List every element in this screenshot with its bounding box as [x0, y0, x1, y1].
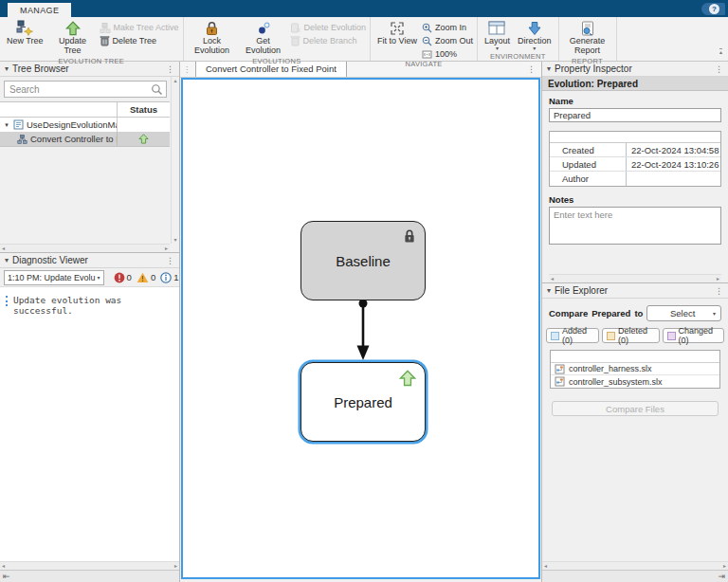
node-baseline[interactable]: Baseline [300, 221, 426, 300]
node-prepared[interactable]: Prepared [300, 362, 426, 442]
filter-deleted-label: Deleted (0) [618, 326, 655, 345]
table-row: Author [550, 172, 720, 186]
scroll-up-icon[interactable]: ▴ [173, 77, 176, 84]
scroll-left-icon[interactable]: ◂ [544, 562, 547, 570]
compare-label: Compare [549, 308, 588, 318]
dropdown-arrow-icon: ▾ [713, 310, 716, 317]
delete-branch-button[interactable]: Delete Branch [290, 35, 367, 46]
metadata-table-header [550, 132, 720, 143]
direction-button[interactable]: Direction ▾ [515, 19, 555, 52]
tab-bar-menu-icon[interactable]: ⋮ [527, 64, 536, 74]
expand-caret-icon[interactable]: ▾ [3, 121, 10, 129]
help-button[interactable]: ? [701, 3, 725, 15]
panel-menu-icon[interactable]: ⋮ [166, 256, 174, 265]
info-count-badge[interactable]: 1 [160, 272, 178, 283]
panel-menu-icon[interactable]: ⋮ [715, 64, 723, 74]
notes-field[interactable] [549, 207, 721, 245]
group-label-evolutions: EVOLUTIONS [184, 57, 371, 66]
name-field[interactable] [549, 108, 721, 122]
layout-dropdown-icon: ▾ [496, 46, 499, 51]
property-horizontal-scrollbar[interactable]: ◂ ▸ [549, 274, 721, 282]
filter-added-button[interactable]: Added (0) [546, 328, 599, 343]
info-count: 1 [173, 272, 178, 282]
list-item[interactable]: controller_harness.slx [551, 363, 719, 375]
scroll-down-icon[interactable]: ▾ [173, 236, 176, 244]
diagnostic-message: Update evolution was successful. [13, 295, 173, 316]
error-count-badge[interactable]: 0 [114, 272, 132, 283]
scroll-left-icon[interactable]: ◂ [2, 562, 5, 570]
collapse-caret-icon[interactable]: ▾ [5, 256, 9, 264]
zoom-out-button[interactable]: Zoom Out [422, 35, 473, 46]
tree-vertical-scrollbar[interactable]: ▴ ▾ [171, 77, 179, 244]
file-explorer-title: File Explorer [555, 285, 608, 296]
scroll-left-icon[interactable]: ◂ [551, 275, 554, 282]
generate-report-button[interactable]: Generate Report [563, 19, 612, 57]
delete-tree-label: Delete Tree [113, 36, 157, 45]
delete-tree-button[interactable]: Delete Tree [100, 35, 179, 46]
zoom-100-label: 100% [435, 49, 457, 59]
left-sidebar: ▾ Tree Browser ⋮ Status [0, 62, 180, 582]
lock-evolution-button[interactable]: Lock Evolution [188, 19, 237, 57]
group-label-navigate: NAVIGATE [371, 60, 477, 69]
name-field-label: Name [549, 96, 721, 106]
compare-select-dropdown[interactable]: Select ▾ [646, 305, 721, 321]
filter-changed-button[interactable]: Changed (0) [663, 328, 724, 343]
generate-report-icon [581, 20, 594, 36]
diagnostic-filter-dropdown[interactable]: 1:10 PM: Update Evolu ▾ [4, 270, 104, 285]
filter-deleted-button[interactable]: Deleted (0) [602, 328, 660, 343]
new-tree-button[interactable]: New Tree [4, 19, 46, 47]
list-item[interactable]: controller_subsystem.slx [551, 375, 719, 388]
collapse-panel-right-icon[interactable]: ⇥ [718, 572, 725, 581]
direction-dropdown-icon: ▾ [533, 46, 536, 51]
fit-to-view-label: Fit to View [377, 37, 417, 46]
delete-evolution-icon [290, 23, 301, 33]
file-explorer-header: ▾ File Explorer ⋮ [542, 283, 728, 299]
simulink-file-icon [555, 376, 565, 387]
scroll-right-icon[interactable]: ▸ [165, 245, 168, 252]
diagnostic-viewer-title: Diagnostic Viewer [12, 255, 88, 265]
panel-menu-icon[interactable]: ⋮ [715, 286, 723, 296]
canvas-area: ⋮ Convert Controller to Fixed Point ⋮ Ba… [180, 62, 541, 582]
layout-button[interactable]: Layout ▾ [482, 19, 513, 52]
tab-manage[interactable]: MANAGE [8, 3, 71, 17]
search-input[interactable] [4, 81, 167, 98]
scroll-left-icon[interactable]: ◂ [2, 245, 5, 252]
make-tree-active-button[interactable]: Make Tree Active [100, 22, 179, 33]
error-count: 0 [127, 272, 132, 282]
make-tree-active-label: Make Tree Active [114, 23, 179, 32]
diagnostic-viewer-header: ▾ Diagnostic Viewer ⋮ [0, 253, 179, 268]
scroll-right-icon[interactable]: ▸ [717, 275, 719, 282]
zoom-100-button[interactable]: 100% [422, 48, 473, 60]
field-key: Author [550, 172, 627, 186]
collapse-caret-icon[interactable]: ▾ [547, 286, 551, 295]
file-explorer-horizontal-scrollbar[interactable]: ◂ ▸ [542, 561, 728, 570]
tree-row-label: Convert Controller to Fixed [30, 134, 117, 144]
tab-drag-handle-icon[interactable]: ⋮ [182, 65, 191, 74]
collapse-panel-left-icon[interactable]: ⇤ [3, 572, 10, 581]
diagnostic-horizontal-scrollbar[interactable]: ◂ ▸ [0, 561, 179, 570]
scroll-right-icon[interactable]: ▸ [174, 562, 177, 570]
group-label-evolution-tree: EVOLUTION TREE [0, 57, 183, 66]
zoom-in-button[interactable]: Zoom In [422, 22, 473, 33]
evolution-tree-icon [17, 135, 27, 144]
tree-row-evolution[interactable]: Convert Controller to Fixed [0, 132, 170, 146]
file-explorer-panel: ▾ File Explorer ⋮ Compare Prepared to Se… [542, 283, 728, 570]
delete-evolution-button[interactable]: Delete Evolution [290, 22, 367, 33]
filter-added-label: Added (0) [562, 326, 594, 345]
tree-row-manager[interactable]: ▾ UseDesignEvolutionManagerWith1 [0, 118, 170, 132]
update-tree-button[interactable]: Update Tree [48, 19, 98, 57]
help-icon: ? [709, 4, 719, 14]
compare-files-button[interactable]: Compare Files [552, 401, 719, 416]
evolution-canvas[interactable]: Baseline Prepared [181, 78, 540, 579]
right-sidebar: ▾ Property Inspector ⋮ Evolution: Prepar… [541, 62, 728, 582]
evolution-subtitle: Evolution: Prepared [542, 77, 728, 91]
warning-count-badge[interactable]: 0 [136, 272, 155, 283]
tree-row-label: UseDesignEvolutionManagerWith1 [27, 119, 117, 130]
field-key: Created [550, 143, 627, 156]
fit-to-view-button[interactable]: Fit to View [374, 19, 420, 47]
scroll-right-icon[interactable]: ▸ [723, 562, 726, 570]
collapse-caret-icon[interactable]: ▾ [547, 64, 551, 73]
get-evolution-button[interactable]: Get Evolution [239, 19, 288, 57]
tree-horizontal-scrollbar[interactable]: ◂ ▸ [0, 244, 170, 252]
collapse-ribbon-icon[interactable]: ▴ [719, 48, 722, 55]
